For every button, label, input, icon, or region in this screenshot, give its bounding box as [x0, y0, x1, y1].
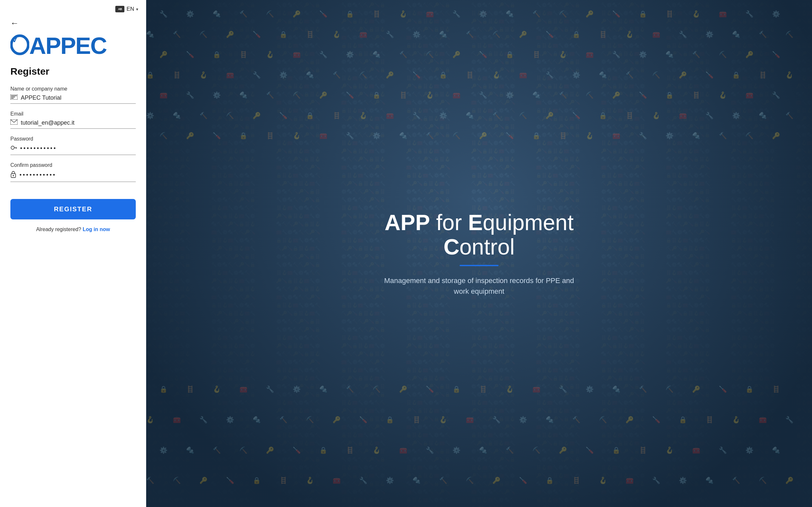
svg-rect-2 [11, 96, 17, 96]
email-field-group: Email [10, 111, 136, 129]
email-label: Email [10, 111, 136, 117]
confirm-lock-icon [10, 171, 16, 179]
app-subtitle: Management and storage of inspection rec… [382, 275, 576, 297]
logo-text: APPEC [29, 34, 107, 57]
email-input-row [10, 119, 136, 129]
confirm-password-input[interactable] [19, 172, 136, 178]
logo-area: ✓ APPEC [0, 33, 146, 66]
app-title-c: C [443, 234, 459, 259]
login-now-link[interactable]: Log in now [83, 227, 110, 232]
logo-o-wrap: ✓ [10, 33, 29, 59]
back-arrow-icon: ← [10, 18, 19, 28]
back-button[interactable]: ← [0, 15, 146, 33]
app-title-quipment: quipment [483, 210, 573, 235]
lang-icon: AB [115, 6, 124, 12]
logo: ✓ APPEC [10, 33, 136, 59]
right-panel: .tg { position: absolute; color: #7aaabb… [146, 0, 812, 507]
app-title: APP for Equipment Control [362, 210, 596, 259]
register-title: Register [10, 66, 136, 77]
hero-content: APP for Equipment Control Management and… [349, 198, 609, 309]
password-input-row [10, 145, 136, 155]
password-label: Password [10, 136, 136, 142]
already-registered-text: Already registered? [36, 227, 81, 232]
name-input[interactable] [21, 95, 136, 101]
app-title-for: for [430, 210, 468, 235]
svg-rect-3 [11, 97, 15, 97]
app-title-app: APP [385, 210, 430, 235]
lang-chevron-icon[interactable]: ▾ [136, 7, 138, 12]
email-input[interactable] [21, 119, 136, 126]
email-icon [10, 119, 17, 126]
app-title-e: E [468, 210, 483, 235]
title-underline [460, 265, 499, 266]
login-link-row: Already registered? Log in now [10, 227, 136, 232]
name-icon [10, 95, 17, 101]
name-label: Name or company name [10, 86, 136, 92]
svg-rect-4 [11, 98, 14, 99]
confirm-password-label: Confirm password [10, 162, 136, 168]
confirm-password-input-row [10, 171, 136, 182]
form-area: Register Name or company name Email [0, 66, 146, 507]
name-field-group: Name or company name [10, 86, 136, 104]
svg-point-6 [11, 146, 14, 149]
password-key-icon [10, 145, 17, 153]
left-panel: AB EN ▾ ← ✓ APPEC Register Name or compa… [0, 0, 146, 507]
password-field-group: Password [10, 136, 136, 155]
register-button[interactable]: REGISTER [10, 199, 136, 219]
lang-label[interactable]: EN [126, 6, 134, 12]
name-input-row [10, 95, 136, 104]
password-input[interactable] [20, 145, 136, 152]
app-title-ontrol: ontrol [460, 234, 515, 259]
confirm-password-field-group: Confirm password [10, 162, 136, 182]
svg-point-11 [13, 175, 14, 176]
lang-bar: AB EN ▾ [0, 0, 146, 15]
